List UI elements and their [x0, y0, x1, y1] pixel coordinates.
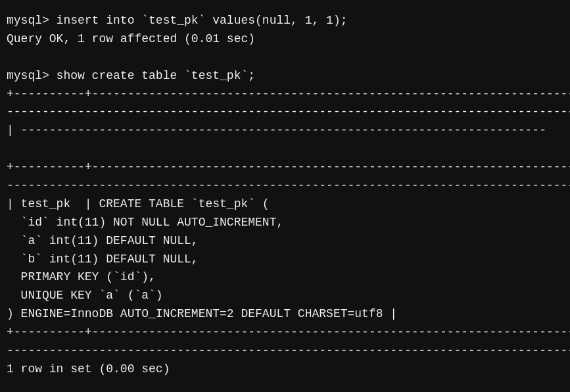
table-border-mid: +----------+----------------------------…: [7, 159, 563, 177]
table-border-top-cont: ----------------------------------------…: [7, 103, 563, 122]
table-data-row-3: `a` int(11) DEFAULT NULL,: [7, 232, 563, 251]
table-data-row-1: | test_pk | CREATE TABLE `test_pk` (: [7, 195, 563, 214]
table-data-row-5: PRIMARY KEY (`id`),: [7, 268, 563, 287]
query-ok: Query OK, 1 row affected (0.01 sec): [7, 30, 563, 49]
table-data-row-4: `b` int(11) DEFAULT NULL,: [7, 251, 563, 269]
blank-line-2: [7, 140, 563, 159]
table-border-bottom-cont: ----------------------------------------…: [7, 342, 563, 360]
table-header-row: | --------------------------------------…: [7, 122, 563, 140]
command-show: mysql> show create table `test_pk`;: [7, 67, 563, 86]
table-data-row-7: ) ENGINE=InnoDB AUTO_INCREMENT=2 DEFAULT…: [7, 305, 563, 324]
table-border-mid-cont: ----------------------------------------…: [7, 177, 563, 195]
terminal-window: mysql> insert into `test_pk` values(null…: [0, 0, 570, 392]
blank-line-1: [7, 49, 563, 67]
col-table: ----------------------------------------…: [21, 124, 546, 137]
table-border-top: +----------+----------------------------…: [7, 86, 563, 104]
table-border-bottom: +----------+----------------------------…: [7, 324, 563, 342]
command-insert: mysql> insert into `test_pk` values(null…: [7, 12, 563, 30]
table-data-row-6: UNIQUE KEY `a` (`a`): [7, 287, 563, 305]
result-summary: 1 row in set (0.00 sec): [7, 360, 563, 379]
table-data-row-2: `id` int(11) NOT NULL AUTO_INCREMENT,: [7, 214, 563, 232]
